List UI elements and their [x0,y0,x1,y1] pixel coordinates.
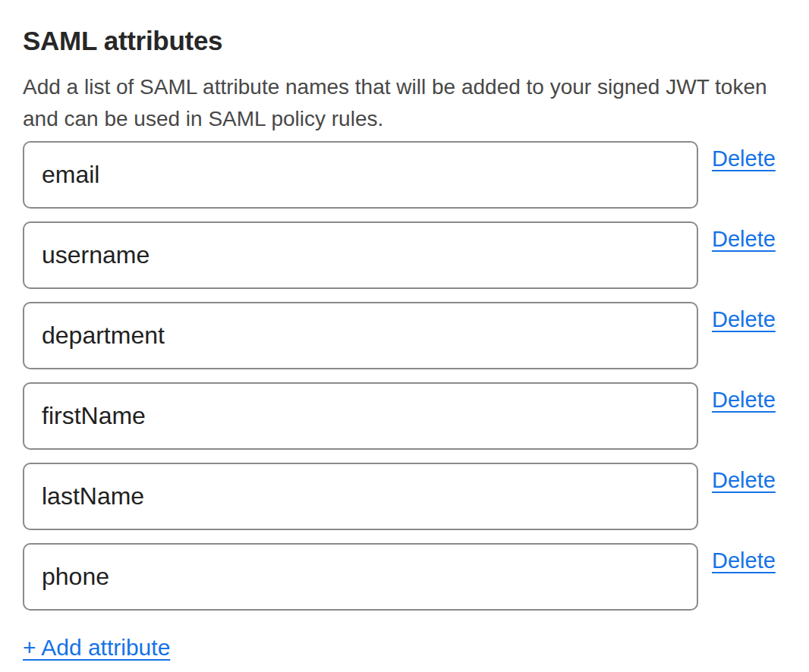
attribute-row: Delete [23,141,786,209]
attribute-row: Delete [23,221,786,289]
attribute-input[interactable] [23,221,698,289]
attribute-row: Delete [23,302,786,369]
delete-attribute-link[interactable]: Delete [712,548,776,573]
saml-attributes-section: SAML attributes Add a list of SAML attri… [0,0,809,661]
section-title: SAML attributes [23,26,786,56]
attribute-row: Delete [23,543,786,611]
attribute-input[interactable] [23,302,698,369]
attribute-input[interactable] [23,463,698,530]
attribute-row: Delete [23,382,786,450]
attribute-list: Delete Delete Delete Delete Delete Delet… [23,141,786,611]
delete-attribute-link[interactable]: Delete [712,387,776,413]
delete-attribute-link[interactable]: Delete [712,226,776,252]
section-description: Add a list of SAML attribute names that … [23,71,789,135]
delete-attribute-link[interactable]: Delete [712,467,776,493]
attribute-row: Delete [23,463,786,530]
delete-attribute-link[interactable]: Delete [712,146,776,171]
add-attribute-link[interactable]: + Add attribute [23,634,170,661]
attribute-input[interactable] [23,141,698,209]
attribute-input[interactable] [23,543,698,611]
delete-attribute-link[interactable]: Delete [712,306,776,332]
attribute-input[interactable] [23,382,698,450]
